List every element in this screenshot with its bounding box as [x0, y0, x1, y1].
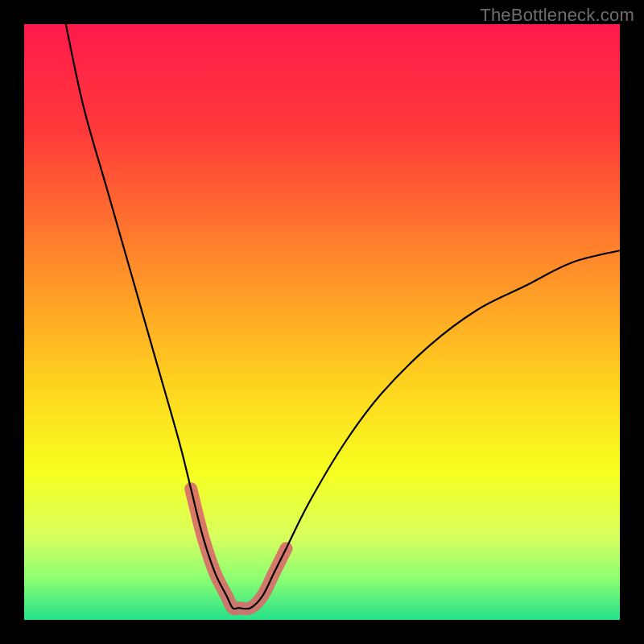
plot-area [24, 24, 620, 620]
watermark-text: TheBottleneck.com [480, 5, 634, 26]
chart-frame: TheBottleneck.com [0, 0, 644, 644]
chart-svg [24, 24, 620, 620]
gradient-background [24, 24, 620, 620]
